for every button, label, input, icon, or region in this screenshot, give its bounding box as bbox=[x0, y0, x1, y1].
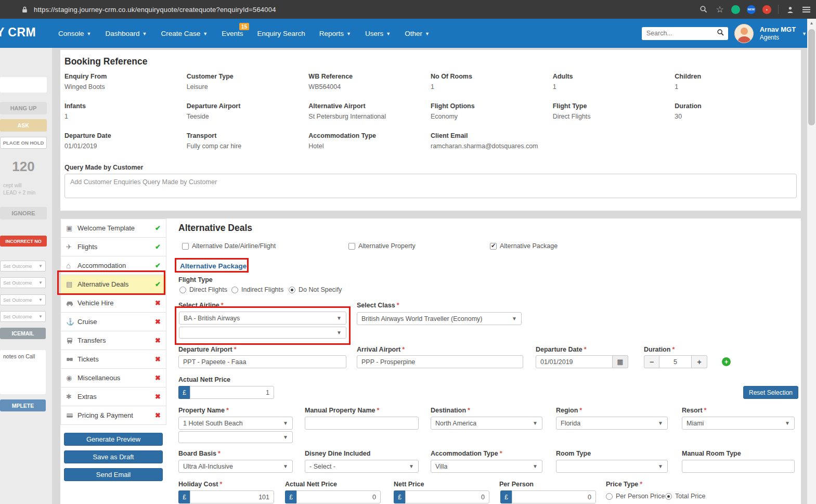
accommodation-type-select[interactable]: Villa▼ bbox=[431, 460, 542, 473]
browser-menu-icon[interactable] bbox=[801, 5, 811, 14]
radio-icon[interactable] bbox=[231, 287, 238, 293]
voicemail-button[interactable]: ICEMAIL bbox=[0, 328, 46, 339]
hang-up-button[interactable]: HANG UP bbox=[0, 102, 47, 114]
radio-icon[interactable] bbox=[179, 287, 186, 293]
section-item-transfers[interactable]: Transfers✖ bbox=[61, 331, 166, 350]
set-outcome-select[interactable]: Set Outcome▼ bbox=[0, 261, 46, 272]
incorrect-no-button[interactable]: INCORRECT NO bbox=[0, 236, 47, 247]
section-item-accommodation[interactable]: ⌂Accommodation✔ bbox=[61, 256, 166, 275]
arrival-airport-input[interactable]: PPP - Prosperpine bbox=[357, 355, 523, 368]
user-menu-chevron-icon[interactable]: ▼ bbox=[802, 31, 807, 36]
send-email-button[interactable]: Send Email bbox=[64, 468, 163, 481]
nav-item-dashboard[interactable]: Dashboard▼ bbox=[105, 30, 147, 37]
departure-airport-input[interactable]: PPT - Papeete - Faaa bbox=[178, 355, 346, 368]
alt-date-airline-flight-checkbox[interactable]: Alternative Date/Airline/Flight bbox=[182, 242, 276, 250]
zoom-icon[interactable] bbox=[699, 5, 708, 14]
minus-button[interactable]: − bbox=[644, 355, 659, 368]
nav-item-create-case[interactable]: Create Case▼ bbox=[161, 30, 208, 37]
section-item-tickets[interactable]: Tickets✖ bbox=[61, 350, 166, 369]
radio-selected-icon[interactable] bbox=[289, 287, 295, 293]
per-person-price-radio[interactable]: Per Person Price bbox=[606, 493, 665, 500]
new-extension-badge[interactable]: NEW bbox=[747, 5, 756, 14]
chevron-down-icon: ▼ bbox=[283, 463, 288, 469]
actual-nett-price-input[interactable]: 1 bbox=[190, 386, 274, 399]
property-name-select-secondary[interactable]: ▼ bbox=[178, 431, 293, 443]
alt-property-checkbox[interactable]: Alternative Property bbox=[348, 242, 416, 250]
indirect-flights-radio[interactable]: Indirect Flights bbox=[231, 286, 283, 293]
resort-select[interactable]: Miami▼ bbox=[682, 417, 795, 430]
class-select[interactable]: British Airways World Traveller (Economy… bbox=[357, 312, 522, 325]
checkbox-checked-icon[interactable] bbox=[490, 243, 497, 250]
complete-button[interactable]: MPLETE bbox=[0, 399, 46, 411]
alt-package-checkbox[interactable]: Alternative Package bbox=[490, 242, 558, 250]
board-basis-select[interactable]: Ultra All-Inclusive▼ bbox=[178, 460, 293, 473]
save-as-draft-button[interactable]: Save as Draft bbox=[64, 450, 163, 463]
section-item-vehicle-hire[interactable]: Vehicle Hire✖ bbox=[61, 294, 166, 313]
call-notes-box[interactable]: notes on Call bbox=[0, 350, 46, 394]
departure-date-input[interactable]: 01/01/2019 bbox=[536, 355, 613, 368]
label-text: Price Type bbox=[606, 481, 638, 488]
scroll-up-icon[interactable]: ▲ bbox=[807, 19, 816, 27]
nav-item-events[interactable]: Events15 bbox=[222, 30, 243, 37]
set-outcome-select[interactable]: Set Outcome▼ bbox=[0, 294, 46, 305]
place-on-hold-button[interactable]: PLACE ON HOLD bbox=[0, 137, 47, 149]
airline-select-secondary[interactable]: ▼ bbox=[179, 327, 346, 339]
do-not-specify-radio[interactable]: Do Not Specify bbox=[289, 286, 342, 293]
nav-item-console[interactable]: Console▼ bbox=[58, 30, 91, 37]
direct-flights-radio[interactable]: Direct Flights bbox=[179, 286, 227, 293]
disney-dine-select[interactable]: - Select -▼ bbox=[305, 460, 419, 473]
task-button[interactable]: ASK bbox=[0, 119, 47, 132]
checkbox-icon[interactable] bbox=[348, 243, 355, 250]
checkbox-icon[interactable] bbox=[182, 243, 189, 250]
add-row-icon[interactable]: + bbox=[722, 357, 731, 366]
ignore-button[interactable]: IGNORE bbox=[0, 207, 47, 219]
section-item-welcome-template[interactable]: ▣Welcome Template✔ bbox=[61, 219, 166, 238]
nett-price-input[interactable]: 0 bbox=[405, 490, 489, 503]
duration-value[interactable]: 5 bbox=[659, 355, 692, 368]
nav-item-enquiry-search[interactable]: Enquiry Search bbox=[257, 30, 305, 37]
red-extension-icon[interactable]: • bbox=[762, 5, 771, 14]
generate-preview-button[interactable]: Generate Preview bbox=[64, 433, 163, 446]
total-price-radio[interactable]: Total Price bbox=[665, 493, 705, 500]
nav-item-other[interactable]: Other▼ bbox=[405, 30, 430, 37]
user-avatar[interactable] bbox=[734, 24, 754, 43]
set-outcome-select[interactable]: Set Outcome▼ bbox=[0, 311, 46, 322]
property-name-select[interactable]: 1 Hotel South Beach▼ bbox=[178, 417, 293, 430]
per-person-input[interactable]: 0 bbox=[512, 490, 596, 503]
search-icon[interactable] bbox=[717, 29, 724, 38]
nav-item-reports[interactable]: Reports▼ bbox=[319, 30, 351, 37]
manual-room-type-input[interactable] bbox=[682, 460, 795, 473]
brand-logo[interactable]: Y CRM bbox=[0, 25, 36, 40]
manual-property-name-input[interactable] bbox=[305, 417, 419, 430]
nav-item-users[interactable]: Users▼ bbox=[365, 30, 391, 37]
section-item-cruise[interactable]: ⚓Cruise✖ bbox=[61, 313, 166, 331]
field-label: Enquiry From bbox=[64, 73, 187, 80]
plus-button[interactable]: + bbox=[692, 355, 707, 368]
query-textarea[interactable] bbox=[64, 174, 797, 198]
url-text[interactable]: https://staging.journey-crm.co.uk/enquir… bbox=[34, 6, 276, 14]
section-item-alternative-deals[interactable]: ▤Alternative Deals✔ bbox=[61, 275, 166, 294]
user-menu[interactable]: Arnav MGT Agents bbox=[760, 25, 796, 41]
holiday-cost-input[interactable]: 101 bbox=[190, 490, 274, 503]
room-type-select[interactable]: ▼ bbox=[556, 460, 668, 473]
actual-nett-price2-input[interactable]: 0 bbox=[296, 490, 381, 503]
search-input[interactable] bbox=[646, 30, 717, 37]
section-item-flights[interactable]: ✈Flights✔ bbox=[61, 238, 166, 256]
global-search[interactable] bbox=[642, 27, 728, 40]
airline-select[interactable]: BA - British Airways▼ bbox=[179, 312, 346, 325]
radio-selected-icon[interactable] bbox=[665, 493, 672, 500]
section-item-pricing-payment[interactable]: Pricing & Payment✖ bbox=[61, 406, 166, 425]
scrollbar-thumb[interactable] bbox=[808, 29, 815, 125]
profile-icon[interactable] bbox=[785, 5, 795, 14]
destination-select[interactable]: North America▼ bbox=[431, 417, 542, 430]
section-item-miscellaneous[interactable]: ◉Miscellaneous✖ bbox=[61, 369, 166, 387]
radio-icon[interactable] bbox=[606, 493, 613, 500]
calendar-icon[interactable]: ▦ bbox=[613, 355, 628, 368]
page-scrollbar[interactable]: ▲ bbox=[807, 19, 816, 504]
set-outcome-select[interactable]: Set Outcome▼ bbox=[0, 277, 46, 288]
grammarly-extension-icon[interactable] bbox=[731, 5, 740, 14]
reset-selection-button[interactable]: Reset Selection bbox=[743, 386, 798, 399]
section-item-extras[interactable]: ✱Extras✖ bbox=[61, 387, 166, 406]
region-select[interactable]: Florida▼ bbox=[556, 417, 668, 430]
bookmark-star-icon[interactable]: ☆ bbox=[715, 5, 724, 14]
